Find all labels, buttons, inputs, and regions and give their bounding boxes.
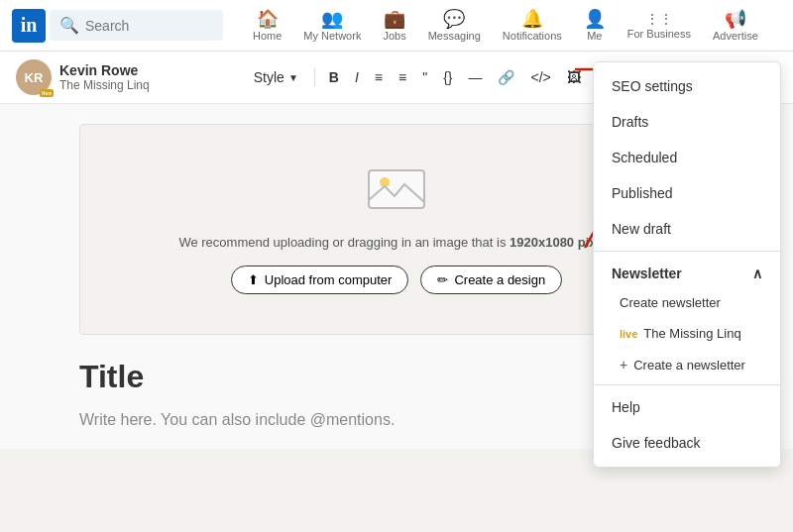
design-label: Create a design [454,272,545,287]
dropdown-the-missing-linq[interactable]: live The Missing Linq [594,318,780,349]
upload-actions: ⬆ Upload from computer ✏ Create a design [231,266,562,294]
nav-item-me[interactable]: 👤 Me [574,4,616,48]
help-label: Help [612,399,640,415]
me-icon: 👤 [584,10,606,28]
dropdown-newsletter-header[interactable]: Newsletter ∧ [594,256,780,287]
create-design-button[interactable]: ✏ Create a design [420,266,562,294]
upload-from-computer-button[interactable]: ⬆ Upload from computer [231,266,409,294]
dash-button[interactable]: — [462,65,488,89]
scheduled-label: Scheduled [612,150,677,165]
messaging-icon: 💬 [443,10,465,28]
nav-label-jobs: Jobs [383,30,405,42]
upload-label: Upload from computer [265,272,393,287]
new-draft-label: New draft [612,221,671,237]
dropdown-create-newsletter-plus[interactable]: + Create a newsletter [594,349,780,380]
home-icon: 🏠 [257,10,279,28]
give-feedback-label: Give feedback [612,435,701,451]
notifications-icon: 🔔 [521,10,543,28]
dropdown-give-feedback[interactable]: Give feedback [594,425,780,461]
avatar: KR live [16,59,52,95]
for-business-icon: ⋮⋮ [645,12,673,26]
user-details: Kevin Rowe The Missing Linq [59,62,150,92]
dropdown-published[interactable]: Published [594,175,780,211]
nav-label-advertise: Advertise [713,30,758,42]
newsletter-label: Newsletter [612,266,682,281]
nav-label-network: My Network [303,30,361,42]
quote-button[interactable]: " [416,65,433,89]
nav-item-messaging[interactable]: 💬 Messaging [418,4,491,48]
upload-icon: ⬆ [248,272,259,287]
rec-text-start: We recommend uploading or dragging in an… [178,235,510,250]
plus-icon: + [620,357,627,372]
image-button[interactable]: 🖼 [561,65,587,89]
network-icon: 👥 [321,10,343,28]
nav-label-me: Me [587,30,602,42]
newsletter-chevron-icon: ∧ [752,266,762,281]
create-newsletter-label: Create newsletter [620,295,721,310]
ordered-list-button[interactable]: ≡ [393,65,412,89]
unordered-list-button[interactable]: ≡ [369,65,389,89]
top-nav: in 🔍 🏠 Home 👥 My Network 💼 Jobs 💬 Messag… [0,0,793,52]
nav-item-notifications[interactable]: 🔔 Notifications [493,4,572,48]
dropdown-create-newsletter[interactable]: Create newsletter [594,287,780,318]
article-body-placeholder: Write here. You can also include @mentio… [79,411,395,429]
italic-button[interactable]: I [349,65,365,89]
code-button[interactable]: {} [437,65,458,89]
formatting-toolbar: Style ▼ B I ≡ ≡ " {} — 🔗 </> 🖼 [246,65,587,89]
missing-linq-label: The Missing Linq [643,326,740,341]
nav-item-advertise[interactable]: 📢 Advertise [703,4,768,48]
style-label: Style [254,69,284,85]
dropdown-help[interactable]: Help [594,389,780,425]
nav-item-for-business[interactable]: ⋮⋮ For Business [618,6,701,46]
chevron-down-icon: ▼ [288,72,298,83]
nav-items: 🏠 Home 👥 My Network 💼 Jobs 💬 Messaging 🔔… [243,4,768,48]
dropdown-divider-2 [594,384,780,385]
link-button[interactable]: 🔗 [492,65,520,89]
dropdown-divider-1 [594,251,780,252]
dropdown-scheduled[interactable]: Scheduled [594,140,780,175]
nav-item-home[interactable]: 🏠 Home [243,4,291,48]
design-icon: ✏ [437,272,448,287]
bold-button[interactable]: B [323,65,345,89]
search-icon: 🔍 [59,16,79,35]
nav-item-jobs[interactable]: 💼 Jobs [373,4,415,48]
search-bar[interactable]: 🔍 [50,10,223,41]
nav-label-messaging: Messaging [428,30,481,42]
missing-linq-logo-icon: live [620,328,637,340]
dropdown-seo-settings[interactable]: SEO settings [594,68,780,104]
published-label: Published [612,185,673,201]
advertise-icon: 📢 [725,10,746,28]
nav-item-network[interactable]: 👥 My Network [293,4,371,48]
drafts-label: Drafts [612,114,648,130]
create-newsletter-plus-label: Create a newsletter [633,358,745,372]
dropdown-new-draft[interactable]: New draft [594,211,780,247]
embed-button[interactable]: </> [524,65,556,89]
nav-label-notifications: Notifications [503,30,562,42]
image-recommendation-text: We recommend uploading or dragging in an… [178,235,614,250]
seo-settings-label: SEO settings [612,78,693,94]
avatar-badge: live [40,89,54,97]
dropdown-drafts[interactable]: Drafts [594,104,780,140]
jobs-icon: 💼 [384,10,405,28]
toolbar-separator [314,67,315,87]
style-button[interactable]: Style ▼ [246,65,306,89]
svg-rect-0 [369,170,424,208]
user-company: The Missing Linq [59,78,150,92]
search-input[interactable] [85,18,214,34]
user-name: Kevin Rowe [59,62,150,78]
image-placeholder-icon [367,164,426,223]
linkedin-logo[interactable]: in [12,9,46,43]
manage-dropdown: SEO settings Drafts Scheduled Published … [593,61,781,468]
nav-label-home: Home [253,30,282,42]
nav-label-for-business: For Business [627,28,691,40]
user-info: KR live Kevin Rowe The Missing Linq [16,59,238,95]
